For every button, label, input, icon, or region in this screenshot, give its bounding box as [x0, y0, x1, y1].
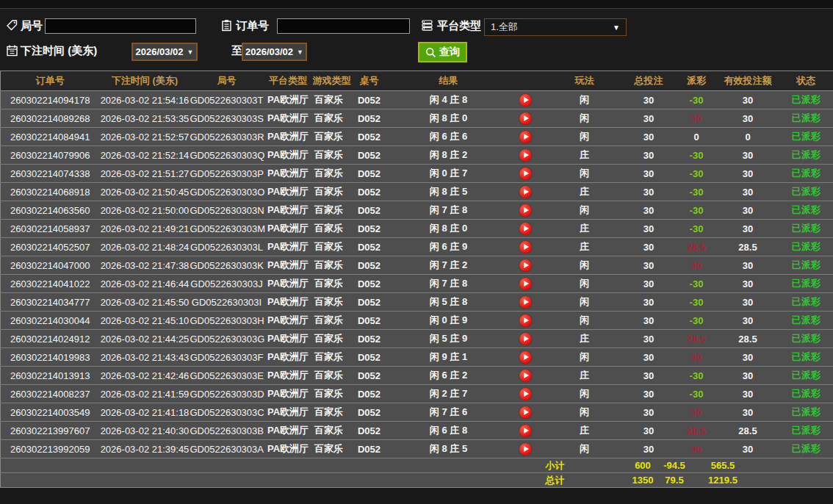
cell-round-no: GD0522630303Q	[190, 146, 264, 165]
col-play: 玩法	[548, 71, 621, 91]
cell-table-no: D052	[345, 256, 394, 275]
play-video-icon[interactable]	[519, 204, 532, 217]
play-video-icon[interactable]	[519, 406, 532, 419]
play-video-icon[interactable]	[519, 223, 532, 235]
col-payout: 派彩	[677, 71, 717, 91]
cell-valid-bet: 28.5	[717, 422, 779, 440]
cell-total-bet: 30	[621, 165, 677, 183]
cell-bet-time: 2026-03-02 21:52:57	[100, 128, 190, 146]
cell-table-no: D052	[345, 201, 394, 220]
col-status: 状态	[779, 71, 833, 91]
cell-game-type: 百家乐	[313, 91, 345, 109]
cell-platform: PA欧洲厅	[264, 220, 313, 238]
cell-round-no: GD0522630303K	[190, 256, 264, 275]
play-video-icon[interactable]	[519, 94, 532, 107]
bet-time-label: 下注时间 (美东)	[21, 44, 97, 58]
cell-game-type: 百家乐	[313, 440, 345, 458]
cell-replay	[504, 220, 548, 238]
payout-cell: -30	[677, 385, 717, 403]
play-video-icon[interactable]	[519, 278, 532, 290]
cell-replay	[504, 165, 548, 183]
status-badge: 已派彩	[779, 165, 833, 183]
cell-play: 闲	[548, 256, 621, 275]
round-no-input[interactable]	[45, 18, 196, 34]
cell-bet-time: 2026-03-02 21:52:14	[100, 146, 190, 165]
play-video-icon[interactable]	[519, 149, 532, 162]
cell-play: 庄	[548, 238, 621, 256]
cell-table-no: D052	[345, 293, 394, 312]
play-video-icon[interactable]	[519, 131, 532, 143]
cell-game-type: 百家乐	[313, 403, 345, 422]
cell-result: 闲 2 庄 7	[394, 385, 504, 403]
cell-order-no: 260302214024912	[1, 330, 100, 348]
cell-bet-time: 2026-03-02 21:42:46	[100, 367, 190, 385]
cell-replay	[504, 293, 548, 312]
cell-order-no: 260302213992059	[1, 440, 100, 458]
table-row: 260302214024912 2026-03-02 21:44:25 GD05…	[1, 330, 833, 348]
table-row: 260302214063560 2026-03-02 21:50:00 GD05…	[1, 201, 833, 220]
play-video-icon[interactable]	[519, 168, 532, 180]
play-video-icon[interactable]	[519, 314, 532, 327]
platform-type-value: 1.全部	[491, 21, 518, 34]
cell-table-no: D052	[345, 422, 394, 440]
cell-game-type: 百家乐	[313, 367, 345, 385]
cell-table-no: D052	[345, 220, 394, 238]
play-video-icon[interactable]	[519, 351, 532, 364]
order-no-input[interactable]	[277, 18, 410, 34]
cell-platform: PA欧洲厅	[264, 403, 313, 422]
cell-table-no: D052	[345, 440, 394, 458]
col-bet-time: 下注时间 (美东)	[100, 71, 190, 91]
cell-replay	[504, 238, 548, 256]
cell-total-bet: 30	[621, 385, 677, 403]
play-video-icon[interactable]	[519, 388, 532, 400]
payout-cell: -30	[677, 183, 717, 201]
table-row: 260302214079906 2026-03-02 21:52:14 GD05…	[1, 146, 833, 165]
date-from-picker[interactable]: 2026/03/02 ▼	[131, 43, 198, 61]
cell-replay	[504, 440, 548, 458]
search-button[interactable]: 查询	[418, 42, 467, 62]
subtotal-valid-bet: 565.5	[717, 458, 779, 473]
play-video-icon[interactable]	[519, 241, 532, 253]
cell-order-no: 260302214003549	[1, 403, 100, 422]
cell-platform: PA欧洲厅	[264, 238, 313, 256]
cell-platform: PA欧洲厅	[264, 275, 313, 293]
calendar-icon	[6, 44, 18, 57]
cell-table-no: D052	[345, 128, 394, 146]
play-video-icon[interactable]	[519, 425, 532, 437]
cell-game-type: 百家乐	[313, 385, 345, 403]
play-video-icon[interactable]	[519, 296, 532, 309]
status-badge: 已派彩	[779, 348, 833, 367]
cell-platform: PA欧洲厅	[264, 201, 313, 220]
cell-replay	[504, 109, 548, 128]
table-row: 260302214034777 2026-03-02 21:45:50 GD05…	[1, 293, 833, 312]
cell-order-no: 260302213997607	[1, 422, 100, 440]
cell-replay	[504, 201, 548, 220]
play-video-icon[interactable]	[519, 370, 532, 382]
cell-round-no: GD0522630303J	[190, 275, 264, 293]
cell-play: 闲	[548, 348, 621, 367]
payout-cell: -30	[677, 275, 717, 293]
cell-valid-bet: 30	[717, 256, 779, 275]
play-video-icon[interactable]	[519, 333, 532, 345]
payout-cell: 30	[677, 440, 717, 458]
col-valid-bet: 有效投注额	[717, 71, 779, 91]
cell-order-no: 260302214047000	[1, 256, 100, 275]
cell-play: 庄	[548, 422, 621, 440]
date-to-picker[interactable]: 2026/03/02 ▼	[242, 43, 307, 61]
play-video-icon[interactable]	[519, 112, 532, 125]
platform-type-select[interactable]: 1.全部 ▼	[484, 18, 627, 36]
cell-platform: PA欧洲厅	[264, 367, 313, 385]
cell-round-no: GD0522630303N	[190, 201, 264, 220]
play-video-icon[interactable]	[519, 186, 532, 198]
cell-valid-bet: 30	[717, 183, 779, 201]
cell-total-bet: 30	[621, 367, 677, 385]
cell-result: 闲 6 庄 9	[394, 238, 504, 256]
cell-result: 闲 8 庄 5	[394, 183, 504, 201]
status-badge: 已派彩	[779, 91, 833, 109]
play-video-icon[interactable]	[519, 443, 532, 456]
cell-game-type: 百家乐	[313, 293, 345, 312]
play-video-icon[interactable]	[519, 259, 532, 272]
payout-cell: 30	[677, 109, 717, 128]
cell-result: 闲 7 庄 8	[394, 201, 504, 220]
cell-result: 闲 0 庄 7	[394, 165, 504, 183]
